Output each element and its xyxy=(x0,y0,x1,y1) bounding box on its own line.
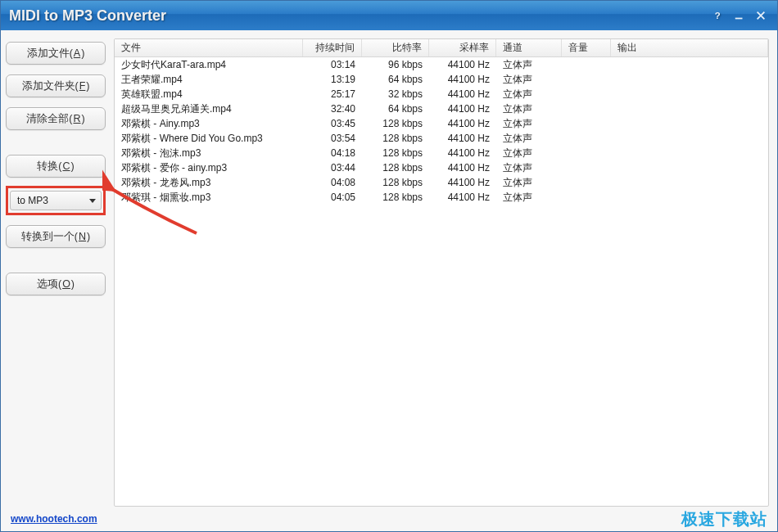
cell xyxy=(611,87,768,101)
table-row[interactable]: 邓紫棋 - 爱你 - ainy.mp303:44128 kbps44100 Hz… xyxy=(115,160,768,175)
table-row[interactable]: 超级马里奥兄弟通关.mp432:4064 kbps44100 Hz立体声 xyxy=(115,101,768,116)
cell: 邓紫琪 - 烟熏妆.mp3 xyxy=(115,190,303,205)
convert-button[interactable]: 转换(C) xyxy=(6,155,106,178)
cell: 邓紫棋 - 爱你 - ainy.mp3 xyxy=(115,160,303,175)
cell: 立体声 xyxy=(496,57,562,72)
cell: 44100 Hz xyxy=(429,190,496,205)
window-body: 添加文件(A) 添加文件夹(F) 清除全部(R) 转换(C) to MP3 转换… xyxy=(1,30,777,507)
cell: 立体声 xyxy=(496,87,562,101)
col-file[interactable]: 文件 xyxy=(115,39,303,56)
help-button[interactable]: ? xyxy=(710,7,726,24)
minimize-icon xyxy=(734,10,745,21)
cell xyxy=(611,190,768,205)
cell: 04:05 xyxy=(303,190,362,205)
watermark-text: 极速下载站 xyxy=(681,508,767,530)
cell: 立体声 xyxy=(496,146,562,160)
cell xyxy=(611,175,768,190)
cell: 王者荣耀.mp4 xyxy=(115,72,303,87)
cell: 少女时代KaraT-ara.mp4 xyxy=(115,57,303,72)
cell xyxy=(562,160,611,175)
cell xyxy=(611,72,768,87)
cell: 128 kbps xyxy=(362,146,429,160)
cell xyxy=(611,160,768,175)
cell xyxy=(562,72,611,87)
cell: 128 kbps xyxy=(362,160,429,175)
cell: 邓紫棋 - Where Did You Go.mp3 xyxy=(115,131,303,146)
cell: 64 kbps xyxy=(362,101,429,116)
cell: 128 kbps xyxy=(362,175,429,190)
cell: 128 kbps xyxy=(362,116,429,131)
cell: 立体声 xyxy=(496,190,562,205)
col-output[interactable]: 输出 xyxy=(611,39,768,56)
footer: www.hootech.com 极速下载站 xyxy=(1,507,777,531)
cell: 邓紫棋 - 泡沫.mp3 xyxy=(115,146,303,160)
cell: 04:18 xyxy=(303,146,362,160)
col-channels[interactable]: 通道 xyxy=(496,39,562,56)
title-bar: MIDI to MP3 Converter ? xyxy=(1,1,777,30)
cell: 32 kbps xyxy=(362,87,429,101)
app-title: MIDI to MP3 Converter xyxy=(9,7,166,25)
table-row[interactable]: 邓紫棋 - 龙卷风.mp304:08128 kbps44100 Hz立体声 xyxy=(115,175,768,190)
table-row[interactable]: 邓紫棋 - Where Did You Go.mp303:54128 kbps4… xyxy=(115,131,768,146)
col-samplerate[interactable]: 采样率 xyxy=(429,39,496,56)
clear-all-button[interactable]: 清除全部(R) xyxy=(6,107,106,130)
cell: 邓紫棋 - 龙卷风.mp3 xyxy=(115,175,303,190)
table-row[interactable]: 英雄联盟.mp425:1732 kbps44100 Hz立体声 xyxy=(115,87,768,101)
cell: 44100 Hz xyxy=(429,175,496,190)
minimize-button[interactable] xyxy=(731,7,748,24)
format-value: to MP3 xyxy=(17,195,48,206)
convert-to-one-button[interactable]: 转换到一个(N) xyxy=(6,225,106,248)
cell xyxy=(611,57,768,72)
close-button[interactable] xyxy=(753,7,769,24)
svg-rect-1 xyxy=(735,18,743,20)
cell xyxy=(562,116,611,131)
cell: 44100 Hz xyxy=(429,131,496,146)
table-row[interactable]: 邓紫棋 - Ainy.mp303:45128 kbps44100 Hz立体声 xyxy=(115,116,768,131)
cell xyxy=(611,116,768,131)
cell: 03:44 xyxy=(303,160,362,175)
cell xyxy=(562,190,611,205)
sidebar: 添加文件(A) 添加文件夹(F) 清除全部(R) 转换(C) to MP3 转换… xyxy=(6,38,106,507)
cell: 立体声 xyxy=(496,175,562,190)
cell: 128 kbps xyxy=(362,190,429,205)
cell: 96 kbps xyxy=(362,57,429,72)
format-select[interactable]: to MP3 xyxy=(10,191,102,210)
cell: 44100 Hz xyxy=(429,116,496,131)
file-table: 文件 持续时间 比特率 采样率 通道 音量 输出 少女时代KaraT-ara.m… xyxy=(114,38,769,507)
cell: 13:19 xyxy=(303,72,362,87)
cell: 128 kbps xyxy=(362,131,429,146)
cell xyxy=(611,146,768,160)
add-folder-button[interactable]: 添加文件夹(F) xyxy=(6,74,106,97)
cell: 25:17 xyxy=(303,87,362,101)
col-volume[interactable]: 音量 xyxy=(562,39,611,56)
cell: 立体声 xyxy=(496,72,562,87)
cell: 立体声 xyxy=(496,116,562,131)
svg-text:?: ? xyxy=(715,11,721,20)
cell: 44100 Hz xyxy=(429,101,496,116)
table-header: 文件 持续时间 比特率 采样率 通道 音量 输出 xyxy=(115,39,768,57)
cell: 44100 Hz xyxy=(429,57,496,72)
cell: 03:14 xyxy=(303,57,362,72)
table-row[interactable]: 王者荣耀.mp413:1964 kbps44100 Hz立体声 xyxy=(115,72,768,87)
vendor-link[interactable]: www.hootech.com xyxy=(11,513,97,525)
cell xyxy=(611,131,768,146)
add-file-button[interactable]: 添加文件(A) xyxy=(6,42,106,65)
chevron-down-icon xyxy=(89,199,96,203)
table-row[interactable]: 邓紫琪 - 烟熏妆.mp304:05128 kbps44100 Hz立体声 xyxy=(115,190,768,205)
cell: 32:40 xyxy=(303,101,362,116)
col-bitrate[interactable]: 比特率 xyxy=(362,39,429,56)
table-body[interactable]: 少女时代KaraT-ara.mp403:1496 kbps44100 Hz立体声… xyxy=(115,57,768,506)
cell: 英雄联盟.mp4 xyxy=(115,87,303,101)
cell: 03:45 xyxy=(303,116,362,131)
table-row[interactable]: 少女时代KaraT-ara.mp403:1496 kbps44100 Hz立体声 xyxy=(115,57,768,72)
app-window: MIDI to MP3 Converter ? 添加文件(A) 添加文件夹(F)… xyxy=(0,0,778,532)
options-button[interactable]: 选项(O) xyxy=(6,273,106,295)
cell: 立体声 xyxy=(496,131,562,146)
cell: 立体声 xyxy=(496,101,562,116)
col-duration[interactable]: 持续时间 xyxy=(303,39,362,56)
cell: 超级马里奥兄弟通关.mp4 xyxy=(115,101,303,116)
cell xyxy=(562,87,611,101)
cell xyxy=(562,101,611,116)
table-row[interactable]: 邓紫棋 - 泡沫.mp304:18128 kbps44100 Hz立体声 xyxy=(115,146,768,160)
cell xyxy=(611,101,768,116)
